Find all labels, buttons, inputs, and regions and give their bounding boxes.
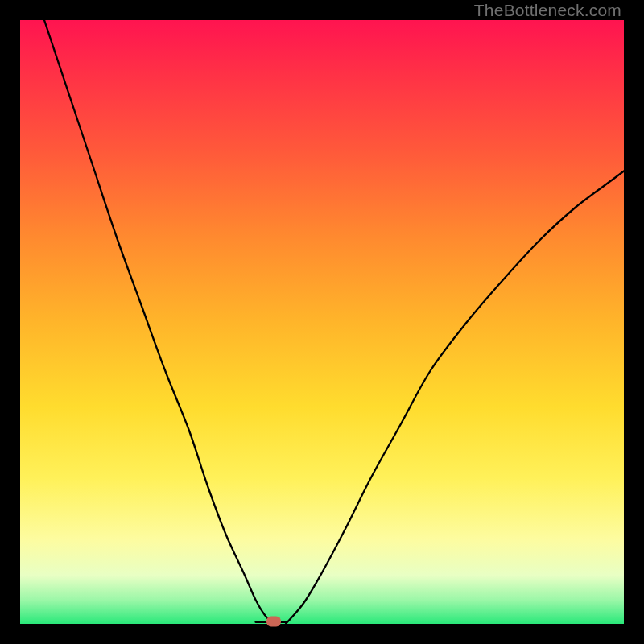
optimum-marker bbox=[266, 617, 281, 627]
chart-frame: TheBottleneck.com bbox=[0, 0, 644, 644]
curve-left-branch bbox=[44, 20, 274, 624]
watermark-text: TheBottleneck.com bbox=[474, 1, 621, 20]
curve-right-branch bbox=[286, 171, 624, 625]
bottleneck-curve bbox=[20, 20, 624, 624]
plot-area bbox=[20, 20, 624, 624]
